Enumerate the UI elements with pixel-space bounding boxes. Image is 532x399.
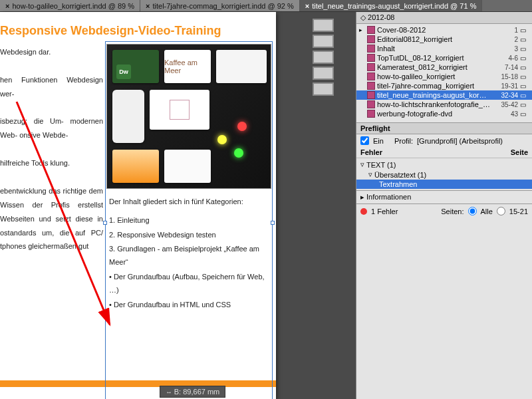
placed-image[interactable]: Dw Kaffee am Meer <box>106 44 271 189</box>
indd-icon <box>367 54 375 62</box>
book-file-list: ▸Cover-08-20121▭ Editorial0812_korrigier… <box>356 24 532 120</box>
preflight-footer: 1 Fehler Seiten: Alle 15-21 <box>356 203 532 218</box>
page-thumbnails[interactable] <box>313 19 339 98</box>
document-tabs: ×how-to-galileo_korrigiert.indd @ 89 % ×… <box>0 0 532 12</box>
tab-doc-2[interactable]: ×titel-7jahre-commag_korrigiert.indd @ 9… <box>140 0 300 11</box>
measurement-tooltip: ↔ B: 89,667 mm <box>160 386 225 398</box>
preflight-columns: FehlerSeite <box>356 147 532 158</box>
indd-icon <box>367 35 375 43</box>
preflight-tab[interactable]: Preflight <box>356 123 532 134</box>
body-text-left: Webdesign dar. hen Funktionen Webdesign … <box>0 45 103 253</box>
error-indicator-icon <box>360 208 367 215</box>
book-item[interactable]: titel-7jahre-commag_korrigiert19-31▭ <box>356 81 532 90</box>
preflight-panel: Preflight Ein Profil: [Grundprofil] (Arb… <box>356 122 532 218</box>
body-text-right: Der Inhalt gliedert sich in fünf Kategor… <box>109 196 271 313</box>
book-item[interactable]: Editorial0812_korrigiert2▭ <box>356 35 532 44</box>
book-item[interactable]: how-to-lichtschrankenfotografie_korrigie… <box>356 100 532 109</box>
network-graphic <box>204 115 257 168</box>
book-item[interactable]: ▸Cover-08-20121▭ <box>356 25 532 35</box>
indd-icon <box>367 26 375 34</box>
preflight-enable-label: Ein <box>373 137 384 145</box>
tab-doc-3[interactable]: ×titel_neue_trainings-august_korrigiert.… <box>300 0 483 11</box>
indd-icon <box>367 45 375 53</box>
indd-icon <box>367 91 375 99</box>
close-icon[interactable]: × <box>5 2 9 10</box>
pages-label: Seiten: <box>441 207 464 215</box>
indd-icon <box>367 72 375 80</box>
footer-bar <box>0 380 276 387</box>
pasteboard <box>306 12 356 399</box>
page-title: Responsive Webdesign-Video-Training <box>0 24 276 38</box>
page: Responsive Webdesign-Video-Training Webd… <box>0 12 276 399</box>
indd-icon <box>367 100 375 108</box>
close-icon[interactable]: × <box>146 2 150 10</box>
indd-icon <box>367 110 375 118</box>
book-panel-tab[interactable]: ◇ 2012-08 <box>356 12 532 24</box>
error-count: 1 Fehler <box>371 207 398 215</box>
preflight-enable-checkbox[interactable] <box>360 136 369 145</box>
indd-icon <box>367 63 375 71</box>
pages-range-radio[interactable] <box>497 207 505 215</box>
error-group[interactable]: ▿TEXT (1) <box>356 160 532 170</box>
book-item-selected[interactable]: titel_neue_trainings-august_kor…32-34▭ <box>356 90 532 100</box>
preflight-info-toggle[interactable]: ▸ Informationen <box>356 190 532 203</box>
profile-label: Profil: <box>394 137 413 145</box>
book-item[interactable]: Kameratest_0812_korrigiert7-14▭ <box>356 63 532 72</box>
error-subgroup[interactable]: ▿Übersatztext (1) <box>356 170 532 180</box>
spread-icon: ▭ <box>520 27 529 34</box>
indd-icon <box>367 82 375 90</box>
dreamweaver-icon: Dw <box>116 65 131 79</box>
book-item[interactable]: werbung-fotografie-dvd43▭ <box>356 109 532 118</box>
close-icon[interactable]: × <box>305 2 309 10</box>
pages-all-radio[interactable] <box>468 207 477 215</box>
error-item-selected[interactable]: Textrahmen <box>356 180 532 189</box>
book-item[interactable]: TopTutDL_08-12_korrigiert4-6▭ <box>356 53 532 63</box>
profile-value[interactable]: [Grundprofil] (Arbeitsprofil) <box>417 137 503 145</box>
kaffee-tile: Kaffee am Meer <box>164 50 211 83</box>
document-canvas[interactable]: 100 120 140 160 180 Responsive Webdesign… <box>0 12 306 399</box>
panels: ◇ 2012-08 ▸Cover-08-20121▭ Editorial0812… <box>356 12 532 399</box>
book-item[interactable]: Inhalt3▭ <box>356 44 532 53</box>
preflight-error-tree: ▿TEXT (1) ▿Übersatztext (1) Textrahmen <box>356 158 532 190</box>
book-item[interactable]: how-to-galileo_korrigiert15-18▭ <box>356 72 532 81</box>
tab-doc-1[interactable]: ×how-to-galileo_korrigiert.indd @ 89 % <box>0 0 140 11</box>
